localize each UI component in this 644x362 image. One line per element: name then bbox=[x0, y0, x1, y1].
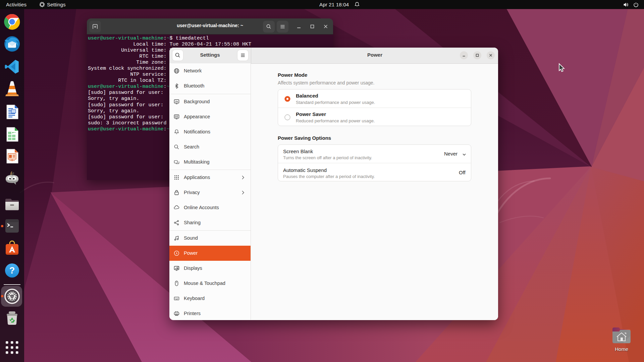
svg-text:?: ? bbox=[9, 265, 15, 276]
